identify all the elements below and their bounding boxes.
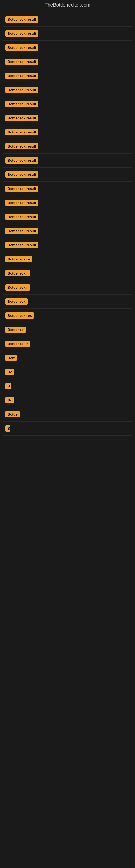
list-item: Bo: [3, 393, 132, 407]
bottleneck-badge[interactable]: Bottleneck: [5, 299, 28, 305]
list-item: Bott: [3, 351, 132, 365]
bottleneck-badge[interactable]: B: [5, 425, 10, 432]
list-item: Bottleneck result: [3, 224, 132, 238]
bottleneck-badge[interactable]: Bottleneck result: [5, 199, 38, 206]
bottleneck-badge[interactable]: Bottleneck result: [5, 143, 38, 150]
bottleneck-badge[interactable]: Bottleneck result: [5, 44, 38, 51]
bottleneck-badge[interactable]: Bottleneck result: [5, 16, 38, 23]
list-item: B: [3, 379, 132, 393]
list-item: Bottleneck: [3, 294, 132, 309]
list-item: Bottleneck r: [3, 280, 132, 294]
bottleneck-badge[interactable]: Bottleneck result: [5, 59, 38, 65]
site-title: TheBottlenecker.com: [0, 0, 135, 11]
bottleneck-badge[interactable]: Bottleneck r: [5, 270, 30, 276]
bottleneck-badge[interactable]: Bottleneck r: [5, 284, 30, 290]
list-item: Bottleneck result: [3, 69, 132, 83]
bottleneck-badge[interactable]: Bottleneck result: [5, 73, 38, 79]
list-item: Bottleneck result: [3, 238, 132, 252]
list-item: Bottleneck result: [3, 125, 132, 140]
list-item: Bottle: [3, 407, 132, 422]
bottleneck-badge[interactable]: Bottle: [5, 411, 20, 417]
list-item: Bottleneck r: [3, 267, 132, 280]
bottleneck-badge[interactable]: Bo: [5, 397, 14, 403]
list-item: Bottlenec: [3, 323, 132, 337]
list-item: Bottleneck result: [3, 167, 132, 182]
bottleneck-badge[interactable]: Bottleneck result: [5, 186, 38, 192]
list-item: Bottleneck result: [3, 83, 132, 97]
list-item: B: [3, 422, 132, 436]
list-item: Bottleneck r: [3, 337, 132, 351]
bottleneck-badge[interactable]: Bottleneck result: [5, 242, 38, 248]
bottleneck-badge[interactable]: Bottlenec: [5, 327, 26, 333]
list-item: Bottleneck result: [3, 196, 132, 210]
bottleneck-badge[interactable]: B: [5, 383, 11, 389]
bottleneck-badge[interactable]: Bottleneck re: [5, 256, 32, 262]
list-item: Bottleneck result: [3, 12, 132, 27]
bottleneck-badge[interactable]: Bottleneck result: [5, 228, 38, 234]
list-item: Bottleneck result: [3, 97, 132, 111]
bottleneck-list: Bottleneck resultBottleneck resultBottle…: [0, 11, 135, 437]
list-item: Bottleneck result: [3, 55, 132, 69]
bottleneck-badge[interactable]: Bottleneck result: [5, 115, 38, 121]
list-item: Bottleneck result: [3, 27, 132, 41]
page-wrapper: TheBottlenecker.com Bottleneck resultBot…: [0, 0, 135, 437]
list-item: Bo: [3, 365, 132, 379]
bottleneck-badge[interactable]: Bottleneck result: [5, 214, 38, 220]
bottleneck-badge[interactable]: Bott: [5, 355, 17, 361]
bottleneck-badge[interactable]: Bottleneck result: [5, 30, 38, 37]
bottleneck-badge[interactable]: Bottleneck result: [5, 172, 38, 178]
bottleneck-badge[interactable]: Bottleneck result: [5, 157, 38, 163]
bottleneck-badge[interactable]: Bottleneck result: [5, 129, 38, 135]
list-item: Bottleneck result: [3, 182, 132, 196]
list-item: Bottleneck re: [3, 252, 132, 267]
list-item: Bottleneck result: [3, 210, 132, 224]
list-item: Bottleneck result: [3, 140, 132, 154]
bottleneck-badge[interactable]: Bottleneck r: [5, 341, 30, 347]
list-item: Bottleneck result: [3, 154, 132, 167]
list-item: Bottleneck result: [3, 41, 132, 55]
list-item: Bottleneck res: [3, 309, 132, 323]
bottleneck-badge[interactable]: Bottleneck res: [5, 312, 34, 319]
bottleneck-badge[interactable]: Bottleneck result: [5, 87, 38, 93]
bottleneck-badge[interactable]: Bottleneck result: [5, 101, 38, 107]
list-item: Bottleneck result: [3, 111, 132, 125]
bottleneck-badge[interactable]: Bo: [5, 369, 14, 375]
